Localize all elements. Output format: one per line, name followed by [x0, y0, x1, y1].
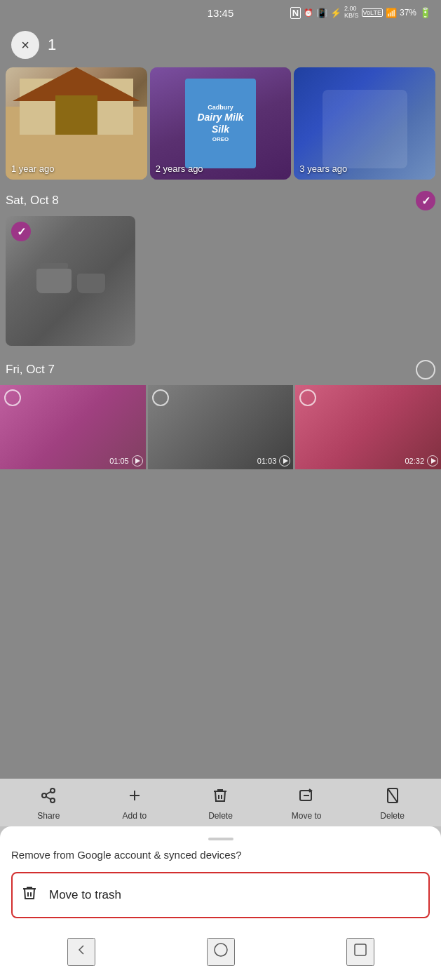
- svg-line-10: [388, 788, 398, 803]
- add-icon: [126, 787, 143, 808]
- share-label: Share: [37, 811, 60, 821]
- memory-label-1: 1 year ago: [11, 163, 54, 174]
- delete-device-icon: [384, 787, 401, 808]
- drag-handle: [208, 838, 233, 840]
- memories-row: 1 year ago CadburyDairy MilkSilkOREO 2 y…: [6, 67, 435, 180]
- sat-select-all[interactable]: [416, 191, 435, 210]
- vibrate-icon: 📳: [316, 8, 327, 18]
- move-to-trash-button[interactable]: Move to trash: [11, 872, 430, 918]
- delete-label: Delete: [208, 811, 233, 821]
- recents-icon: [353, 942, 368, 962]
- svg-point-2: [50, 798, 55, 803]
- add-to-action[interactable]: Add to: [114, 787, 156, 821]
- signal-icon: 📶: [386, 8, 397, 18]
- memory-photo-3[interactable]: 3 years ago: [294, 67, 435, 180]
- video-duration-1: 01:05: [109, 457, 129, 465]
- data-speed: 2.00KB/S: [344, 6, 359, 20]
- move-icon: [298, 787, 315, 808]
- video-thumb-2[interactable]: 01:03: [148, 385, 294, 469]
- fri-date-header: Fri, Oct 7: [6, 360, 435, 380]
- share-action[interactable]: Share: [27, 787, 69, 821]
- add-to-label: Add to: [123, 811, 147, 821]
- move-to-label: Move to: [292, 811, 322, 821]
- play-icon-3: [431, 458, 436, 464]
- home-icon: [213, 942, 229, 962]
- battery-percent: 37%: [400, 8, 416, 18]
- back-button[interactable]: [67, 938, 95, 966]
- delete-device-action[interactable]: Delete: [372, 787, 414, 821]
- memory-label-2: 2 years ago: [156, 163, 203, 174]
- close-icon: ×: [21, 37, 29, 53]
- cooking-photo-check: [11, 222, 31, 241]
- svg-point-11: [215, 944, 227, 956]
- selection-count: 1: [48, 36, 56, 54]
- svg-point-0: [50, 788, 55, 793]
- svg-rect-12: [355, 944, 366, 955]
- back-icon: [74, 942, 89, 962]
- move-to-action[interactable]: Move to: [285, 787, 327, 821]
- bluetooth-icon: ⚡: [330, 8, 341, 18]
- sat-date-header: Sat, Oct 8: [6, 191, 435, 210]
- svg-line-3: [46, 797, 51, 800]
- n-icon: N: [290, 7, 301, 19]
- move-to-trash-label: Move to trash: [49, 888, 121, 902]
- fri-section: Fri, Oct 7: [6, 360, 435, 380]
- video-select-1[interactable]: [4, 389, 21, 406]
- play-icon-1: [135, 458, 140, 464]
- share-icon: [40, 787, 57, 808]
- video-play-1[interactable]: [132, 455, 143, 466]
- video-select-2[interactable]: [152, 389, 169, 406]
- battery-icon: 🔋: [419, 7, 431, 18]
- trash-icon: [21, 885, 38, 906]
- recents-button[interactable]: [346, 938, 374, 966]
- sat-date-label: Sat, Oct 8: [6, 194, 59, 208]
- video-thumb-3[interactable]: 02:32: [295, 385, 441, 469]
- video-thumb-1[interactable]: 01:05: [0, 385, 146, 469]
- status-icons: N ⏰ 📳 ⚡ 2.00KB/S VoLTE 📶 37% 🔋: [290, 6, 431, 20]
- action-sheet: Share Add to Delete: [0, 779, 441, 980]
- status-time: 13:45: [208, 7, 234, 19]
- video-play-3[interactable]: [427, 455, 438, 466]
- delete-icon: [212, 787, 229, 808]
- status-bar: 13:45 N ⏰ 📳 ⚡ 2.00KB/S VoLTE 📶 37% 🔋: [0, 0, 441, 25]
- sat-section: Sat, Oct 8: [6, 191, 435, 349]
- memory-photo-2[interactable]: CadburyDairy MilkSilkOREO 2 years ago: [150, 67, 292, 180]
- close-button[interactable]: ×: [11, 31, 39, 59]
- delete-action[interactable]: Delete: [199, 787, 241, 821]
- fri-date-label: Fri, Oct 7: [6, 363, 55, 377]
- video-row: 01:05 01:03 02:32: [0, 385, 441, 469]
- selected-photo-container[interactable]: [6, 216, 135, 346]
- delete-device-label: Delete: [380, 811, 405, 821]
- nav-bar: [11, 929, 430, 980]
- memory-photo-1[interactable]: 1 year ago: [6, 67, 147, 180]
- alarm-icon: ⏰: [304, 8, 313, 18]
- action-toolbar: Share Add to Delete: [0, 779, 441, 826]
- memory-label-3: 3 years ago: [299, 163, 347, 174]
- modal-sheet: Remove from Google account & synced devi…: [0, 826, 441, 980]
- video-duration-3: 02:32: [405, 457, 424, 465]
- home-button[interactable]: [207, 938, 235, 966]
- svg-point-1: [42, 793, 46, 798]
- modal-title: Remove from Google account & synced devi…: [11, 849, 430, 861]
- video-duration-2: 01:03: [257, 457, 277, 465]
- play-icon-2: [283, 458, 288, 464]
- video-play-2[interactable]: [279, 455, 290, 466]
- volte-icon: VoLTE: [362, 8, 383, 17]
- fri-select-all[interactable]: [416, 360, 435, 380]
- video-select-3[interactable]: [299, 389, 316, 406]
- top-bar: × 1: [0, 25, 441, 65]
- svg-line-4: [46, 792, 51, 795]
